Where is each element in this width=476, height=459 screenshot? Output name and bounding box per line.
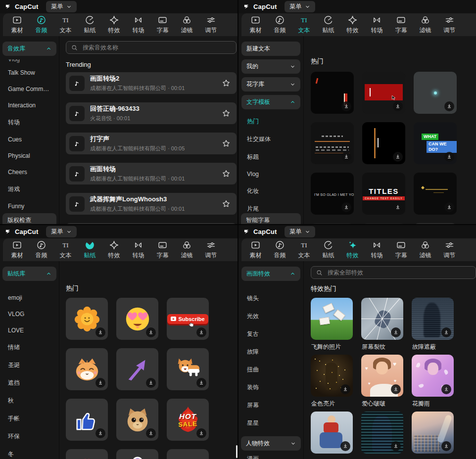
- nav-item-adjust[interactable]: 调节: [437, 13, 462, 36]
- nav-item-media[interactable]: 素材: [243, 13, 268, 36]
- text-template-clipped[interactable]: [311, 223, 354, 224]
- sidebar-item[interactable]: Interaction: [2, 97, 56, 114]
- sidebar-item-clipped[interactable]: [2, 284, 56, 290]
- sidebar-item[interactable]: 故障: [241, 343, 300, 361]
- cat-photo-sticker[interactable]: [116, 399, 158, 441]
- gold-sparkle-sticker[interactable]: [167, 449, 209, 459]
- sidebar-item[interactable]: Cheers: [2, 164, 56, 181]
- sidebar-item[interactable]: 复古: [241, 325, 300, 343]
- hot-sale-sticker[interactable]: HOTSALE: [167, 399, 209, 441]
- sidebar-item[interactable]: VLOG: [2, 306, 56, 322]
- sticker-library-header[interactable]: 贴纸库: [2, 267, 56, 281]
- nav-item-effects[interactable]: 特效: [340, 238, 365, 261]
- download-button[interactable]: [146, 327, 156, 337]
- sound-track-row-clipped[interactable]: [66, 223, 237, 224]
- what-can-we-do-template[interactable]: WHATCAN WE DO?: [414, 122, 457, 164]
- sidebar-item[interactable]: 情绪: [2, 339, 56, 357]
- nav-item-captions[interactable]: 字幕: [150, 13, 175, 36]
- sidebar-item[interactable]: Vlog: [241, 166, 300, 183]
- sidebar-item[interactable]: 装饰: [241, 379, 300, 397]
- sidebar-item[interactable]: Physical: [2, 148, 56, 164]
- text-template-clipped[interactable]: [414, 223, 457, 224]
- sidebar-item[interactable]: LOVE: [2, 322, 56, 339]
- nav-item-filters[interactable]: 滤镜: [413, 13, 437, 36]
- heart-eyes-emoji-sticker[interactable]: [116, 298, 158, 340]
- nav-item-sticker[interactable]: 贴纸: [316, 13, 340, 36]
- flying-photos-thumbnail[interactable]: [311, 298, 353, 340]
- menu-button[interactable]: 菜单: [285, 226, 315, 237]
- sidebar-item[interactable]: 社交媒体: [241, 131, 300, 148]
- download-button[interactable]: [196, 378, 206, 388]
- nav-item-adjust[interactable]: 调节: [437, 238, 462, 261]
- sidebar-item[interactable]: 游戏: [2, 181, 56, 198]
- download-button[interactable]: [393, 152, 403, 162]
- favorite-star-button[interactable]: [222, 109, 231, 118]
- menu-button[interactable]: 菜单: [46, 226, 77, 237]
- purple-arrow-sticker[interactable]: [116, 348, 158, 390]
- sound-library-header[interactable]: 音效库: [2, 42, 56, 56]
- text-template-clipped[interactable]: [362, 223, 405, 224]
- sidebar-item-clipped[interactable]: Vlog: [2, 59, 56, 65]
- thumbs-up-sticker[interactable]: [66, 399, 108, 441]
- sidebar-item[interactable]: Cues: [2, 132, 56, 148]
- download-button[interactable]: [341, 152, 351, 162]
- orange-lines-template[interactable]: [311, 122, 354, 164]
- sidebar-item[interactable]: Talk Show: [2, 65, 56, 81]
- new-text-button[interactable]: 新建文本: [241, 42, 300, 56]
- nav-item-text[interactable]: TI文本: [292, 13, 316, 36]
- petal-rain-thumbnail[interactable]: [412, 355, 454, 397]
- gold-script-template[interactable]: [414, 173, 457, 215]
- download-button[interactable]: [391, 384, 401, 394]
- scanline-portrait-thumbnail[interactable]: [361, 412, 403, 454]
- download-button[interactable]: [444, 152, 454, 162]
- download-button[interactable]: [441, 327, 451, 337]
- download-button[interactable]: [95, 327, 105, 337]
- glad-met-you-template[interactable]: I'M SO GLAD I MET YOU...: [311, 173, 354, 215]
- nav-item-media[interactable]: 素材: [243, 238, 268, 261]
- download-button[interactable]: [340, 384, 350, 394]
- download-button[interactable]: [441, 384, 451, 394]
- favorite-star-button[interactable]: [222, 139, 231, 148]
- copyright-check-button[interactable]: 版权检查: [2, 213, 56, 225]
- nav-item-filters[interactable]: 滤镜: [413, 238, 437, 261]
- sidebar-item[interactable]: 遮挡: [2, 374, 56, 392]
- download-button[interactable]: [393, 202, 403, 212]
- sidebar-item[interactable]: Funny: [2, 198, 56, 215]
- purple-flower-sticker[interactable]: [116, 449, 158, 459]
- sidebar-item[interactable]: 热门: [241, 113, 300, 131]
- gold-sequins-thumbnail[interactable]: [311, 355, 353, 397]
- sidebar-item[interactable]: 星星: [241, 414, 300, 432]
- nav-item-text[interactable]: TI文本: [53, 13, 78, 36]
- sidebar-item[interactable]: 秋: [2, 392, 56, 410]
- download-button[interactable]: [441, 441, 451, 451]
- sidebar-item[interactable]: 环保: [2, 428, 56, 446]
- nav-item-adjust[interactable]: 调节: [199, 13, 223, 36]
- sound-track-row[interactable]: 画面转场2成都潜在人工智能科技有限公司 · 00:01: [66, 72, 237, 94]
- download-button[interactable]: [95, 428, 105, 438]
- sound-track-row[interactable]: 武器挥舞声LongWhoosh3成都潜在人工智能科技有限公司 · 00:01: [66, 193, 237, 215]
- sidebar-item[interactable]: Game Comment...: [2, 81, 56, 97]
- nav-item-effects[interactable]: 特效: [102, 238, 126, 261]
- nav-item-text[interactable]: TI文本: [292, 238, 316, 261]
- sound-track-row[interactable]: 画面转场成都潜在人工智能科技有限公司 · 00:01: [66, 163, 237, 184]
- sidebar-item[interactable]: 转场: [2, 114, 56, 132]
- titles-template[interactable]: TITLESCHANGE TEXT EASILY: [362, 173, 405, 215]
- download-button[interactable]: [340, 441, 350, 451]
- download-button[interactable]: [341, 202, 351, 212]
- download-button[interactable]: [393, 101, 403, 111]
- nav-item-sticker[interactable]: 贴纸: [78, 238, 102, 261]
- nav-item-filters[interactable]: 滤镜: [175, 238, 199, 261]
- text-group-3[interactable]: 文字模板: [241, 95, 300, 109]
- menu-button[interactable]: 菜单: [46, 1, 77, 12]
- nav-item-transition[interactable]: 转场: [365, 238, 389, 261]
- sidebar-item[interactable]: 手帐: [2, 410, 56, 428]
- red-accent-template[interactable]: [311, 72, 354, 114]
- red-banner-cursor-template[interactable]: [362, 72, 405, 114]
- download-button[interactable]: [196, 327, 206, 337]
- sidebar-item[interactable]: 屏幕: [241, 397, 300, 414]
- nav-item-filters[interactable]: 滤镜: [175, 13, 199, 36]
- nav-item-audio[interactable]: 音频: [29, 238, 53, 261]
- nav-item-transition[interactable]: 转场: [126, 238, 150, 261]
- download-button[interactable]: [444, 202, 454, 212]
- sidebar-item[interactable]: emoji: [2, 290, 56, 306]
